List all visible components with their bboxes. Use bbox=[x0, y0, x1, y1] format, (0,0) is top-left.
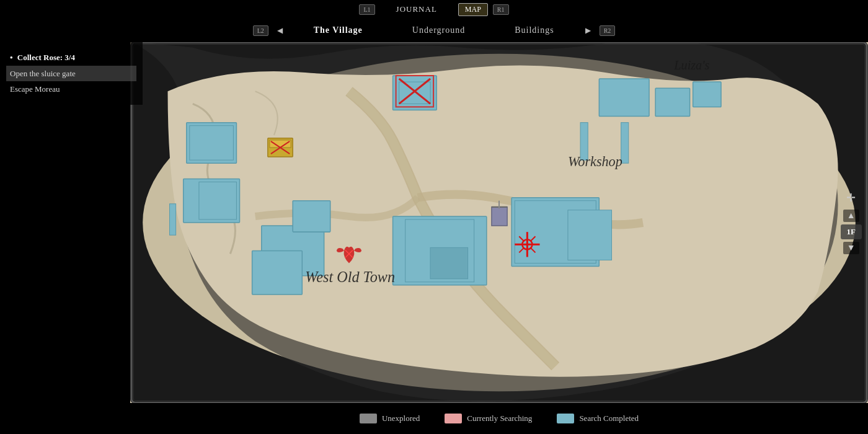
tab-right-arrow[interactable]: ▶ bbox=[579, 22, 597, 39]
tab-buildings[interactable]: Buildings bbox=[490, 22, 578, 39]
l2-button[interactable]: L2 bbox=[253, 25, 268, 36]
svg-rect-20 bbox=[170, 204, 176, 235]
map-legend: Unexplored Currently Searching Search Co… bbox=[130, 403, 868, 434]
svg-rect-13 bbox=[190, 126, 234, 160]
objective-escape-moreau: Escape Moreau bbox=[10, 81, 133, 97]
floor-indicator: ✛ ▲ 1F ▼ bbox=[841, 191, 862, 254]
svg-rect-15 bbox=[270, 140, 291, 148]
r2-button[interactable]: R2 bbox=[600, 25, 616, 36]
svg-text:West Old Town: West Old Town bbox=[305, 268, 395, 285]
map-container[interactable]: Luiza's Workshop West Old Town ✛ ▲ 1F ▼ bbox=[130, 42, 868, 403]
svg-rect-7 bbox=[599, 79, 649, 117]
legend-completed: Search Completed bbox=[557, 414, 639, 423]
tab-bar: L2 ◀ The Village Underground Buildings ▶… bbox=[0, 19, 868, 42]
unexplored-swatch bbox=[360, 414, 377, 423]
svg-rect-26 bbox=[430, 247, 468, 278]
map-background: Luiza's Workshop West Old Town bbox=[130, 42, 868, 403]
tab-left-arrow[interactable]: ◀ bbox=[271, 22, 289, 39]
dpad-icon[interactable]: ✛ bbox=[846, 191, 856, 205]
l1-button[interactable]: L1 bbox=[359, 4, 374, 15]
floor-down-button[interactable]: ▼ bbox=[843, 242, 859, 254]
map-tab-btn[interactable]: MAP bbox=[458, 3, 488, 16]
svg-rect-19 bbox=[199, 182, 237, 219]
map-svg: Luiza's Workshop West Old Town bbox=[130, 42, 868, 403]
objectives-panel: • Collect Rose: 3/4 Open the sluice gate… bbox=[0, 42, 143, 105]
bullet-icon: • bbox=[10, 53, 13, 62]
objective-sluice-gate: Open the sluice gate bbox=[6, 66, 136, 82]
floor-label: 1F bbox=[841, 224, 862, 239]
legend-searching: Currently Searching bbox=[445, 414, 532, 423]
searching-swatch bbox=[445, 414, 462, 423]
svg-rect-23 bbox=[252, 250, 303, 294]
floor-up-button[interactable]: ▲ bbox=[843, 210, 859, 222]
tab-village[interactable]: The Village bbox=[289, 22, 388, 39]
svg-rect-9 bbox=[693, 82, 721, 107]
svg-text:Workshop: Workshop bbox=[568, 154, 622, 169]
tab-underground[interactable]: Underground bbox=[388, 22, 490, 39]
top-navigation: L1 JOURNAL MAP R1 bbox=[0, 0, 868, 19]
svg-rect-8 bbox=[655, 88, 689, 116]
svg-rect-30 bbox=[492, 207, 507, 226]
completed-swatch bbox=[557, 414, 574, 423]
legend-unexplored: Unexplored bbox=[360, 414, 420, 423]
r1-button[interactable]: R1 bbox=[493, 4, 509, 15]
unexplored-label: Unexplored bbox=[382, 414, 420, 423]
journal-tab[interactable]: JOURNAL bbox=[378, 2, 456, 17]
objective-collect-rose: • Collect Rose: 3/4 bbox=[10, 50, 133, 66]
svg-rect-29 bbox=[568, 210, 612, 260]
svg-rect-22 bbox=[293, 201, 330, 232]
svg-text:Luiza's: Luiza's bbox=[673, 58, 709, 72]
completed-label: Search Completed bbox=[579, 414, 639, 423]
searching-label: Currently Searching bbox=[467, 414, 532, 423]
